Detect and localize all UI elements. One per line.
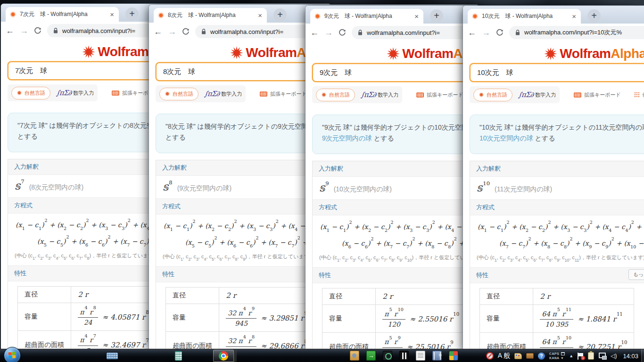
extended-keyboard-button[interactable]: 拡張キーボード bbox=[260, 90, 307, 98]
more-button[interactable]: もっと見る bbox=[628, 269, 644, 280]
back-button[interactable]: ← bbox=[154, 27, 162, 36]
media-app-icon[interactable] bbox=[399, 351, 409, 361]
natural-language-button[interactable]: 自然言語 bbox=[11, 87, 50, 99]
input-mode-group: 自然言語 ∫πΣ∂ 数学入力 bbox=[8, 84, 98, 101]
properties-table: 直径 2 r 容量 π5 r10120 ≈ 2.55016 r10 bbox=[322, 288, 466, 352]
forward-button[interactable]: → bbox=[482, 28, 490, 37]
examples-button[interactable]: 例を見る bbox=[634, 91, 644, 99]
back-button[interactable]: ← bbox=[468, 28, 476, 37]
query-text: 10次元 球 bbox=[477, 68, 513, 77]
sphere-note: (8次元空間内の球) bbox=[29, 183, 83, 192]
math-input-button[interactable]: ∫πΣ∂ 数学入力 bbox=[361, 90, 398, 99]
assumption-link[interactable]: 10次元空間内の球 bbox=[479, 134, 533, 142]
taskbar-calculator-icon[interactable] bbox=[175, 351, 182, 361]
ime-toolbox-icon[interactable] bbox=[526, 353, 534, 359]
tab-close-icon[interactable]: × bbox=[571, 13, 577, 20]
equation-line-2: (x7 − c7)2 + (x8 − c8)2 + (x9 − c9)2 + (… bbox=[470, 235, 644, 252]
notepad-icon[interactable] bbox=[416, 351, 425, 361]
extended-keyboard-button[interactable]: 拡張キーボード bbox=[574, 91, 621, 99]
browser-tab[interactable]: 10次元 球 - Wolfram|Alpha × bbox=[468, 9, 581, 24]
browser-tab[interactable]: 7次元 球 - Wolfram|Alpha × bbox=[6, 7, 119, 22]
wolframalpha-logo: WolframAlpha bbox=[463, 41, 644, 63]
new-tab-button[interactable]: + bbox=[430, 9, 443, 23]
lock-icon bbox=[357, 29, 363, 36]
ime-caps-kana-indicator[interactable]: CAPS KANA▼ bbox=[549, 352, 565, 360]
taskbar-toolbar: → bbox=[350, 351, 458, 361]
forward-button[interactable]: → bbox=[20, 26, 28, 35]
natural-language-button[interactable]: 自然言語 bbox=[159, 88, 198, 100]
action-center-flag-icon[interactable]: × bbox=[578, 353, 584, 360]
assumption-link[interactable]: 9次元空間内の球 bbox=[322, 134, 372, 142]
green-arrow-icon[interactable]: → bbox=[366, 351, 376, 361]
reload-icon[interactable] bbox=[182, 28, 190, 35]
forward-button[interactable]: → bbox=[324, 28, 333, 37]
natural-language-button[interactable]: 自然言語 bbox=[473, 89, 512, 101]
reload-icon[interactable] bbox=[496, 29, 504, 36]
sphere-symbol: 𝕊10 bbox=[477, 183, 490, 193]
natural-language-button[interactable]: 自然言語 bbox=[316, 89, 355, 101]
tab-close-icon[interactable]: × bbox=[109, 11, 115, 18]
tab-title: 7次元 球 - Wolfram|Alpha bbox=[20, 10, 106, 18]
math-input-button[interactable]: ∫πΣ∂ 数学入力 bbox=[204, 90, 242, 98]
ime-mode-indicator[interactable]: A 般 bbox=[498, 352, 510, 360]
address-bar[interactable]: wolframalpha.com/input?i=10次元% bbox=[509, 26, 644, 39]
math-input-icon: ∫πΣ∂ bbox=[361, 90, 376, 99]
browser-tab[interactable]: 8次元 球 - Wolfram|Alpha × bbox=[154, 8, 267, 23]
volume-value: π4 r824 ≈ 4.05871 r8 bbox=[71, 303, 156, 331]
properties-table: 直径 2 r 容量 32 π4 r9945 ≈ 3.29851 r9 bbox=[165, 287, 314, 351]
table-row: 直径 2 r bbox=[322, 288, 466, 304]
tab-close-icon[interactable]: × bbox=[257, 12, 263, 19]
natural-language-label: 自然言語 bbox=[329, 91, 350, 99]
tab-title: 8次元 球 - Wolfram|Alpha bbox=[168, 11, 254, 19]
ime-tools-icon[interactable] bbox=[514, 353, 522, 359]
extended-keyboard-button[interactable]: 拡張キーボード bbox=[416, 91, 463, 99]
query-input[interactable]: 10次元 球 bbox=[470, 63, 644, 82]
color-app-icon[interactable] bbox=[449, 351, 458, 361]
toolbar-overflow-chevron[interactable]: » bbox=[438, 351, 442, 358]
network-tray-icon[interactable] bbox=[598, 353, 606, 359]
math-input-icon: ∫πΣ∂ bbox=[56, 89, 71, 97]
reload-icon[interactable] bbox=[34, 27, 41, 34]
lock-icon bbox=[201, 28, 206, 35]
math-input-button[interactable]: ∫πΣ∂ 数学入力 bbox=[56, 89, 94, 97]
reload-icon[interactable] bbox=[339, 29, 346, 36]
taskbar-chrome-button[interactable] bbox=[213, 350, 234, 362]
properties-table-wrap: 直径 2 r 容量 64 π5 r1110 395 ≈ 1.8841 r11 bbox=[470, 283, 644, 352]
start-button[interactable] bbox=[4, 347, 21, 362]
wolframalpha-favicon bbox=[157, 12, 165, 19]
logo-wolfram-text: Wolfram bbox=[246, 45, 297, 60]
table-row: 超曲面の面積 32 π4 r8105 ≈ 29.6866 r8 bbox=[166, 332, 314, 351]
back-button[interactable]: ← bbox=[6, 26, 14, 35]
sphere-note: (11次元空間内の球) bbox=[495, 185, 552, 194]
input-interpretation-row: 𝕊10 (11次元空間内の球) bbox=[470, 177, 644, 199]
webcam-app-icon[interactable] bbox=[383, 351, 392, 361]
table-row: 直径 2 r bbox=[480, 288, 634, 304]
user-folder-icon[interactable] bbox=[350, 351, 359, 361]
logo-wolfram-text: Wolfram bbox=[560, 46, 611, 61]
math-input-button[interactable]: ∫πΣ∂ 数学入力 bbox=[518, 90, 556, 99]
tab-close-icon[interactable]: × bbox=[413, 13, 420, 20]
show-hidden-icons-button[interactable]: ▲ bbox=[569, 354, 573, 358]
clipboard-tray-icon[interactable] bbox=[588, 352, 594, 360]
back-button[interactable]: ← bbox=[310, 28, 319, 37]
browser-tab[interactable]: 9次元 球 - Wolfram|Alpha × bbox=[310, 9, 423, 24]
assumption-tail: とする bbox=[533, 134, 555, 142]
tray-red-clock-icon[interactable] bbox=[486, 352, 494, 360]
diameter-value: 2 r bbox=[533, 288, 634, 304]
ime-help-icon[interactable]: ? bbox=[538, 353, 545, 360]
table-row: 直径 2 r bbox=[18, 286, 156, 303]
volume-value: π5 r10120 ≈ 2.55016 r10 bbox=[376, 304, 466, 333]
assumption-text: "8次元 球" は幾何学的オブジェクトの9次元空間内の球 bbox=[165, 123, 330, 130]
query-text: 9次元 球 bbox=[320, 68, 352, 77]
keyboard-icon bbox=[416, 92, 424, 98]
volume-tray-icon[interactable]: ◁) bbox=[611, 353, 617, 359]
new-tab-button[interactable]: + bbox=[587, 9, 601, 23]
section-input-interpretation: 入力解釈 bbox=[470, 161, 644, 177]
math-input-label: 数学入力 bbox=[73, 90, 94, 97]
forward-button[interactable]: → bbox=[168, 27, 176, 36]
taskbar-keyboard-icon[interactable] bbox=[107, 353, 118, 359]
new-tab-button[interactable]: + bbox=[125, 8, 139, 21]
lock-icon bbox=[53, 27, 58, 34]
new-tab-button[interactable]: + bbox=[273, 8, 287, 22]
show-desktop-button[interactable] bbox=[641, 349, 644, 362]
